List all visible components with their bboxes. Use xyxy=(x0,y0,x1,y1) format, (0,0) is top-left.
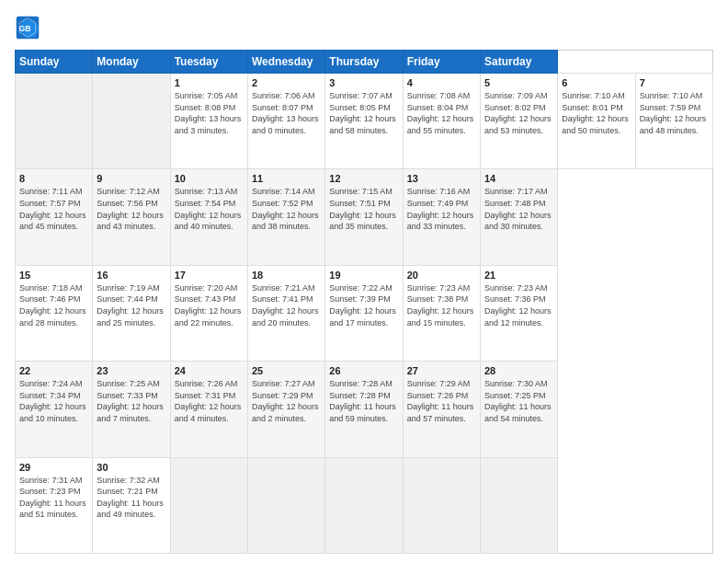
day-number: 28 xyxy=(484,365,553,376)
calendar-week-row: 22 Sunrise: 7:24 AM Sunset: 7:34 PM Dayl… xyxy=(16,362,713,457)
day-info: Sunrise: 7:16 AM Sunset: 7:49 PM Dayligh… xyxy=(407,186,476,232)
day-info: Sunrise: 7:10 AM Sunset: 7:59 PM Dayligh… xyxy=(640,90,709,136)
calendar-day-cell: 5 Sunrise: 7:09 AM Sunset: 8:02 PM Dayli… xyxy=(480,74,557,169)
calendar-day-cell xyxy=(170,457,247,553)
calendar-day-cell: 2 Sunrise: 7:06 AM Sunset: 8:07 PM Dayli… xyxy=(247,74,324,169)
calendar-day-cell: 7 Sunrise: 7:10 AM Sunset: 7:59 PM Dayli… xyxy=(635,74,712,169)
day-info: Sunrise: 7:23 AM Sunset: 7:38 PM Dayligh… xyxy=(407,282,476,328)
day-number: 11 xyxy=(252,173,321,184)
calendar-day-cell xyxy=(403,457,480,553)
day-info: Sunrise: 7:23 AM Sunset: 7:36 PM Dayligh… xyxy=(484,282,553,328)
calendar-day-cell: 28 Sunrise: 7:30 AM Sunset: 7:25 PM Dayl… xyxy=(480,362,557,457)
day-info: Sunrise: 7:25 AM Sunset: 7:33 PM Dayligh… xyxy=(97,378,165,424)
day-number: 18 xyxy=(252,270,321,281)
svg-text:GB: GB xyxy=(18,24,30,33)
day-info: Sunrise: 7:08 AM Sunset: 8:04 PM Dayligh… xyxy=(407,90,476,136)
day-info: Sunrise: 7:05 AM Sunset: 8:08 PM Dayligh… xyxy=(175,90,244,136)
calendar-day-cell: 10 Sunrise: 7:13 AM Sunset: 7:54 PM Dayl… xyxy=(170,169,247,265)
calendar-day-cell: 19 Sunrise: 7:22 AM Sunset: 7:39 PM Dayl… xyxy=(325,265,403,361)
weekday-header-cell: Friday xyxy=(403,51,480,74)
day-number: 27 xyxy=(407,365,476,376)
day-info: Sunrise: 7:21 AM Sunset: 7:41 PM Dayligh… xyxy=(252,282,321,328)
day-info: Sunrise: 7:22 AM Sunset: 7:39 PM Dayligh… xyxy=(329,282,398,328)
calendar-table: SundayMondayTuesdayWednesdayThursdayFrid… xyxy=(15,50,713,554)
day-info: Sunrise: 7:26 AM Sunset: 7:31 PM Dayligh… xyxy=(175,378,244,424)
weekday-header-cell: Sunday xyxy=(16,51,93,74)
logo: GB xyxy=(15,15,44,40)
calendar-week-row: 8 Sunrise: 7:11 AM Sunset: 7:57 PM Dayli… xyxy=(16,169,713,265)
day-info: Sunrise: 7:24 AM Sunset: 7:34 PM Dayligh… xyxy=(19,378,88,424)
calendar-day-cell: 15 Sunrise: 7:18 AM Sunset: 7:46 PM Dayl… xyxy=(16,265,93,361)
calendar-day-cell: 3 Sunrise: 7:07 AM Sunset: 8:05 PM Dayli… xyxy=(325,74,403,169)
day-number: 5 xyxy=(484,77,553,88)
calendar-day-cell: 30 Sunrise: 7:32 AM Sunset: 7:21 PM Dayl… xyxy=(93,457,170,553)
day-info: Sunrise: 7:27 AM Sunset: 7:29 PM Dayligh… xyxy=(252,378,321,424)
header: GB xyxy=(15,15,713,40)
day-number: 17 xyxy=(175,270,244,281)
day-info: Sunrise: 7:31 AM Sunset: 7:23 PM Dayligh… xyxy=(19,475,88,521)
day-number: 25 xyxy=(252,365,321,376)
calendar-day-cell: 13 Sunrise: 7:16 AM Sunset: 7:49 PM Dayl… xyxy=(403,169,480,265)
day-number: 2 xyxy=(252,77,321,88)
calendar-week-row: 1 Sunrise: 7:05 AM Sunset: 8:08 PM Dayli… xyxy=(16,74,713,169)
day-number: 22 xyxy=(19,365,88,376)
calendar-day-cell xyxy=(480,457,557,553)
day-info: Sunrise: 7:06 AM Sunset: 8:07 PM Dayligh… xyxy=(252,90,321,136)
day-number: 3 xyxy=(329,77,398,88)
calendar-day-cell: 29 Sunrise: 7:31 AM Sunset: 7:23 PM Dayl… xyxy=(16,457,93,553)
day-info: Sunrise: 7:09 AM Sunset: 8:02 PM Dayligh… xyxy=(484,90,553,136)
calendar-day-cell: 21 Sunrise: 7:23 AM Sunset: 7:36 PM Dayl… xyxy=(480,265,557,361)
calendar-day-cell: 1 Sunrise: 7:05 AM Sunset: 8:08 PM Dayli… xyxy=(170,74,247,169)
calendar-week-row: 15 Sunrise: 7:18 AM Sunset: 7:46 PM Dayl… xyxy=(16,265,713,361)
day-info: Sunrise: 7:29 AM Sunset: 7:26 PM Dayligh… xyxy=(407,378,476,424)
calendar-day-cell xyxy=(16,74,93,169)
day-info: Sunrise: 7:07 AM Sunset: 8:05 PM Dayligh… xyxy=(329,90,398,136)
calendar-day-cell: 27 Sunrise: 7:29 AM Sunset: 7:26 PM Dayl… xyxy=(403,362,480,457)
day-info: Sunrise: 7:18 AM Sunset: 7:46 PM Dayligh… xyxy=(19,282,88,328)
calendar-day-cell: 12 Sunrise: 7:15 AM Sunset: 7:51 PM Dayl… xyxy=(325,169,403,265)
calendar-day-cell: 4 Sunrise: 7:08 AM Sunset: 8:04 PM Dayli… xyxy=(403,74,480,169)
calendar-day-cell: 11 Sunrise: 7:14 AM Sunset: 7:52 PM Dayl… xyxy=(247,169,324,265)
weekday-header-row: SundayMondayTuesdayWednesdayThursdayFrid… xyxy=(16,51,713,74)
day-number: 30 xyxy=(97,462,165,473)
day-number: 8 xyxy=(19,173,88,184)
calendar-day-cell xyxy=(325,457,403,553)
day-info: Sunrise: 7:12 AM Sunset: 7:56 PM Dayligh… xyxy=(97,186,165,232)
day-number: 4 xyxy=(407,77,476,88)
day-number: 1 xyxy=(175,77,244,88)
day-number: 13 xyxy=(407,173,476,184)
calendar-day-cell xyxy=(247,457,324,553)
calendar-day-cell: 14 Sunrise: 7:17 AM Sunset: 7:48 PM Dayl… xyxy=(480,169,557,265)
day-number: 29 xyxy=(19,462,88,473)
day-info: Sunrise: 7:15 AM Sunset: 7:51 PM Dayligh… xyxy=(329,186,398,232)
calendar-day-cell: 18 Sunrise: 7:21 AM Sunset: 7:41 PM Dayl… xyxy=(247,265,324,361)
calendar-day-cell: 9 Sunrise: 7:12 AM Sunset: 7:56 PM Dayli… xyxy=(93,169,170,265)
calendar-day-cell: 25 Sunrise: 7:27 AM Sunset: 7:29 PM Dayl… xyxy=(247,362,324,457)
day-info: Sunrise: 7:19 AM Sunset: 7:44 PM Dayligh… xyxy=(97,282,165,328)
day-info: Sunrise: 7:11 AM Sunset: 7:57 PM Dayligh… xyxy=(19,186,88,232)
day-number: 10 xyxy=(175,173,244,184)
day-info: Sunrise: 7:14 AM Sunset: 7:52 PM Dayligh… xyxy=(252,186,321,232)
calendar-day-cell: 23 Sunrise: 7:25 AM Sunset: 7:33 PM Dayl… xyxy=(93,362,170,457)
day-info: Sunrise: 7:28 AM Sunset: 7:28 PM Dayligh… xyxy=(329,378,398,424)
day-info: Sunrise: 7:10 AM Sunset: 8:01 PM Dayligh… xyxy=(562,90,631,136)
weekday-header-cell: Monday xyxy=(93,51,170,74)
calendar-day-cell: 24 Sunrise: 7:26 AM Sunset: 7:31 PM Dayl… xyxy=(170,362,247,457)
day-info: Sunrise: 7:17 AM Sunset: 7:48 PM Dayligh… xyxy=(484,186,553,232)
day-number: 23 xyxy=(97,365,165,376)
day-number: 21 xyxy=(484,270,553,281)
weekday-header-cell: Saturday xyxy=(480,51,557,74)
weekday-header-cell: Tuesday xyxy=(170,51,247,74)
day-info: Sunrise: 7:32 AM Sunset: 7:21 PM Dayligh… xyxy=(97,475,165,521)
weekday-header-cell: Thursday xyxy=(325,51,403,74)
day-info: Sunrise: 7:30 AM Sunset: 7:25 PM Dayligh… xyxy=(484,378,553,424)
weekday-header-cell: Wednesday xyxy=(247,51,324,74)
day-number: 6 xyxy=(562,77,631,88)
day-number: 26 xyxy=(329,365,398,376)
logo-icon: GB xyxy=(15,15,40,40)
day-number: 15 xyxy=(19,270,88,281)
page: GB SundayMondayTuesdayWednesdayThursdayF… xyxy=(0,0,728,563)
calendar-day-cell: 6 Sunrise: 7:10 AM Sunset: 8:01 PM Dayli… xyxy=(558,74,635,169)
calendar-day-cell: 17 Sunrise: 7:20 AM Sunset: 7:43 PM Dayl… xyxy=(170,265,247,361)
calendar-day-cell: 22 Sunrise: 7:24 AM Sunset: 7:34 PM Dayl… xyxy=(16,362,93,457)
